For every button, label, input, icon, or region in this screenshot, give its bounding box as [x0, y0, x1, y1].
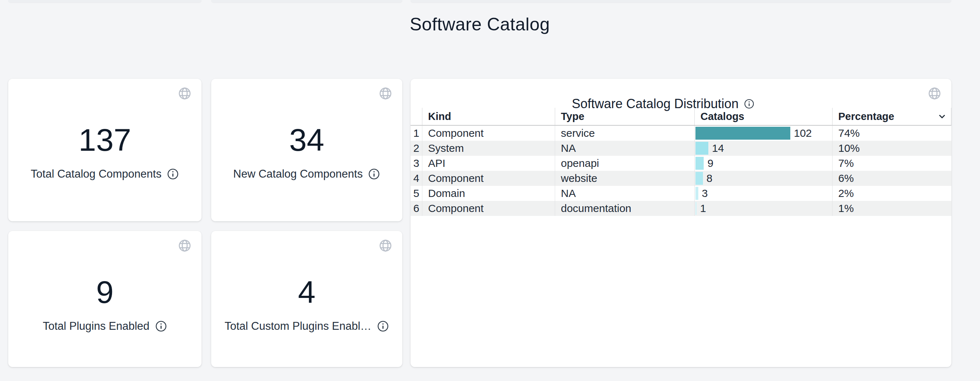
cell-percentage: 7%	[832, 156, 951, 171]
stat-card-new-catalog-components: 34 New Catalog Components	[211, 79, 402, 221]
cell-rank: 6	[410, 201, 422, 216]
cell-catalogs: 102	[694, 126, 832, 141]
globe-icon[interactable]	[928, 87, 941, 100]
table-row: 2 System NA 14 10%	[410, 141, 951, 156]
stat-value: 34	[211, 120, 402, 160]
globe-icon[interactable]	[379, 239, 392, 252]
cell-rank: 1	[410, 126, 422, 141]
catalogs-bar	[695, 172, 703, 185]
info-icon[interactable]	[155, 320, 167, 332]
cell-type: openapi	[555, 156, 694, 171]
cell-percentage: 1%	[832, 201, 951, 216]
cell-catalogs: 9	[694, 156, 832, 171]
cell-type: website	[555, 171, 694, 186]
scrolled-panel-edge	[410, 0, 951, 3]
cell-kind: Component	[422, 201, 555, 216]
header-kind[interactable]: Kind	[422, 108, 555, 125]
cell-percentage: 6%	[832, 171, 951, 186]
info-icon[interactable]	[167, 168, 179, 180]
info-icon[interactable]	[368, 168, 380, 180]
dashboard: Software Catalog 137 Total Catalog Compo…	[0, 0, 980, 381]
stat-card-total-catalog-components: 137 Total Catalog Components	[8, 79, 202, 221]
cell-rank: 3	[410, 156, 422, 171]
stat-card-total-plugins-enabled: 9 Total Plugins Enabled	[8, 231, 202, 367]
table-header-row: Kind Type Catalogs Percentage	[410, 108, 951, 126]
catalogs-bar	[695, 127, 790, 140]
cell-type: NA	[555, 141, 694, 156]
scrolled-panel-edge	[211, 0, 402, 3]
cell-rank: 4	[410, 171, 422, 186]
stat-label: New Catalog Components	[233, 167, 363, 180]
header-percentage[interactable]: Percentage	[832, 108, 951, 125]
catalogs-value: 8	[706, 172, 713, 185]
cell-rank: 2	[410, 141, 422, 156]
stat-card-total-custom-plugins-enabled: 4 Total Custom Plugins Enabl…	[211, 231, 402, 367]
cell-kind: System	[422, 141, 555, 156]
page-title: Software Catalog	[8, 13, 951, 36]
header-index	[410, 108, 422, 125]
table-row: 5 Domain NA 3 2%	[410, 186, 951, 201]
catalogs-value: 9	[707, 157, 713, 169]
cell-type: NA	[555, 186, 694, 201]
table-row: 4 Component website 8 6%	[410, 171, 951, 186]
cell-kind: Domain	[422, 186, 555, 201]
catalogs-bar	[695, 157, 704, 170]
cell-type: service	[555, 126, 694, 141]
globe-icon[interactable]	[178, 239, 191, 252]
cell-percentage: 74%	[832, 126, 951, 141]
table-row: 1 Component service 102 74%	[410, 126, 951, 141]
cell-kind: Component	[422, 171, 555, 186]
catalogs-value: 3	[702, 187, 708, 199]
info-icon[interactable]	[377, 320, 389, 332]
header-type[interactable]: Type	[555, 108, 694, 125]
distribution-table: Kind Type Catalogs Percentage 1 Componen…	[410, 108, 951, 216]
cell-catalogs: 14	[694, 141, 832, 156]
stat-label: Total Custom Plugins Enabl…	[224, 320, 371, 333]
catalogs-bar	[695, 202, 697, 215]
header-percentage-label: Percentage	[838, 111, 894, 123]
globe-icon[interactable]	[178, 87, 191, 100]
stat-label: Total Plugins Enabled	[43, 320, 149, 333]
header-catalogs[interactable]: Catalogs	[694, 108, 832, 125]
cell-catalogs: 3	[694, 186, 832, 201]
cell-percentage: 2%	[832, 186, 951, 201]
table-row: 6 Component documentation 1 1%	[410, 201, 951, 216]
cell-type: documentation	[555, 201, 694, 216]
table-row: 3 API openapi 9 7%	[410, 156, 951, 171]
globe-icon[interactable]	[379, 87, 392, 100]
chevron-down-icon	[937, 112, 947, 121]
stat-value: 137	[8, 120, 202, 160]
catalogs-bar	[695, 142, 708, 155]
cell-percentage: 10%	[832, 141, 951, 156]
cell-rank: 5	[410, 186, 422, 201]
catalogs-value: 14	[712, 142, 724, 154]
stat-label: Total Catalog Components	[31, 167, 161, 180]
cell-kind: Component	[422, 126, 555, 141]
panel-software-catalog-distribution: Software Catalog Distribution Kind Type …	[410, 79, 951, 367]
stat-value: 4	[211, 273, 402, 312]
catalogs-bar	[695, 187, 698, 200]
catalogs-value: 1	[700, 202, 706, 215]
cell-catalogs: 1	[694, 201, 832, 216]
cell-kind: API	[422, 156, 555, 171]
stat-value: 9	[8, 273, 202, 312]
catalogs-value: 102	[794, 127, 812, 139]
scrolled-panel-edge	[8, 0, 202, 3]
cell-catalogs: 8	[694, 171, 832, 186]
